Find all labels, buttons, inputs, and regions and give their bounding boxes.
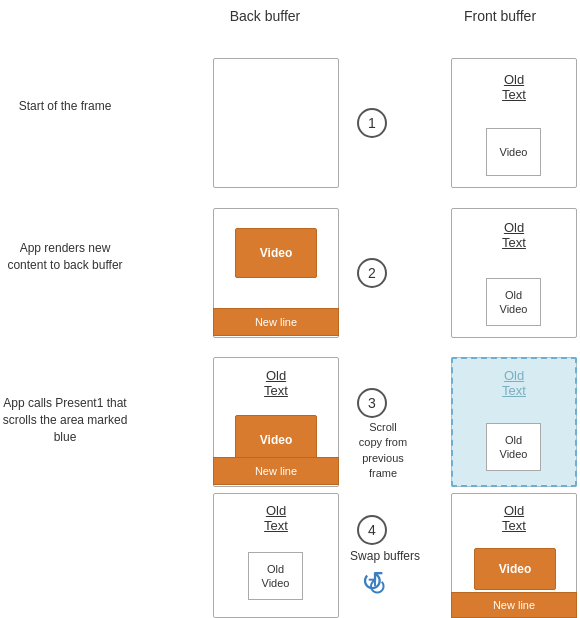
- back-buffer-header: Back buffer: [195, 8, 335, 24]
- front-old-text-row1: OldText: [460, 72, 568, 102]
- front-old-video-row3: OldVideo: [486, 423, 541, 471]
- back-newline-row2: New line: [213, 308, 339, 336]
- row-3-label: App calls Present1 that scrolls the area…: [0, 395, 130, 445]
- front-buffer-header: Front buffer: [430, 8, 570, 24]
- back-newline-row3: New line: [213, 457, 339, 485]
- front-old-text-row2: OldText: [460, 220, 568, 250]
- row-1-label: Start of the frame: [0, 98, 130, 115]
- step-3-label: Scrollcopy frompreviousframe: [343, 420, 423, 482]
- step-2-circle: 2: [357, 258, 387, 288]
- front-old-video-row2: OldVideo: [486, 278, 541, 326]
- front-newline-row4: New line: [451, 592, 577, 618]
- front-video-row1: Video: [486, 128, 541, 176]
- row-2-label: App renders new content to back buffer: [0, 240, 130, 274]
- back-buffer-row1: [213, 58, 339, 188]
- front-video-row4: Video: [474, 548, 556, 590]
- step-1-circle: 1: [357, 108, 387, 138]
- back-video-row2: Video: [235, 228, 317, 278]
- step-4-label: Swap buffers: [340, 548, 430, 565]
- back-old-video-row4: OldVideo: [248, 552, 303, 600]
- front-old-text-row4: OldText: [460, 503, 568, 533]
- front-old-text-row3: OldText: [460, 368, 568, 398]
- step-3-circle: 3: [357, 388, 387, 418]
- back-old-text-row4: OldText: [222, 503, 330, 533]
- back-old-text-row3: OldText: [222, 368, 330, 398]
- swap-arrows-icon2: ↺: [367, 573, 387, 601]
- step-4-circle: 4: [357, 515, 387, 545]
